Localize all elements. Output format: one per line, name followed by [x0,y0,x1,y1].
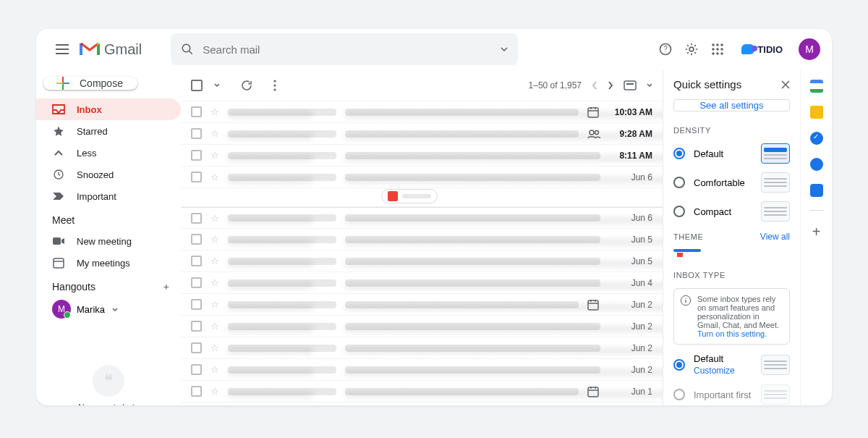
star-icon[interactable]: ☆ [210,213,219,224]
email-checkbox[interactable] [191,299,202,310]
account-avatar[interactable]: M [799,38,820,60]
settings-gear-icon[interactable] [684,41,699,57]
email-date: Jun 2 [609,321,652,332]
email-checkbox[interactable] [191,106,202,117]
prev-page-icon[interactable] [592,81,597,90]
email-date: 9:28 AM [609,129,652,139]
email-row[interactable]: ☆xxxxxxxxxxxxxxxxxxxxxxxxxxxxxxxxxxxxxxx… [181,123,663,145]
email-row[interactable]: ☆xxxxxxxxxxxxxxxxxxxxxxxxxxxxxxxxxxxxxxx… [181,294,663,316]
star-icon[interactable]: ☆ [210,234,219,245]
email-sender: xxxxxxxxxxxxxxxxxx [228,258,336,265]
density-preview [761,143,790,164]
sidebar-item-less[interactable]: Less [36,142,181,164]
email-row[interactable]: ☆xxxxxxxxxxxxxxxxxxxxxxxxxxxxxxxxxxxxxxx… [181,229,663,250]
star-icon[interactable]: ☆ [210,106,219,117]
density-option-comfortable[interactable]: Comfortable [663,168,800,197]
email-checkbox[interactable] [191,172,202,182]
email-checkbox[interactable] [191,213,202,224]
sidebar-item-snoozed[interactable]: Snoozed [36,164,181,185]
star-icon[interactable]: ☆ [210,364,219,375]
email-row[interactable]: ☆xxxxxxxxxxxxxxxxxxxxxxxxxxxxxxxxxxxxxxx… [181,145,663,167]
email-checkbox[interactable] [191,128,202,139]
email-row[interactable]: ☆xxxxxxxxxxxxxxxxxxxxxxxxxxxxxxxxxxxxxxx… [181,207,663,229]
input-tools-dropdown-icon[interactable] [647,83,652,87]
compose-button[interactable]: Compose [43,77,137,90]
tidio-extension[interactable]: TIDIO [736,41,788,58]
more-icon[interactable] [273,80,276,91]
see-all-settings-button[interactable]: See all settings [673,99,790,111]
search-input[interactable] [203,43,492,56]
email-checkbox[interactable] [191,342,202,353]
customize-link[interactable]: Customize [694,366,752,376]
email-subject: xxxxxxxxxxxxxxxxxxxxxxxxxxxxxxxxxxxxxxxx… [345,366,600,374]
email-checkbox[interactable] [191,234,202,245]
email-subject: xxxxxxxxxxxxxxxxxxxxxxxxxxxxxxxxxxxxxxxx… [345,258,600,265]
search-bar[interactable] [171,33,518,65]
keep-addon-icon[interactable] [810,106,823,119]
sidebar-item-inbox[interactable]: Inbox [36,98,181,120]
search-dropdown-icon[interactable] [501,47,508,51]
star-icon[interactable]: ☆ [210,172,219,182]
hangouts-add-icon[interactable]: + [163,281,169,292]
email-row[interactable]: ☆xxxxxxxxxxxxxxxxxxxxxxxxxxxxxxxxxxxxxxx… [181,316,663,337]
email-checkbox[interactable] [191,364,202,375]
get-addons-icon[interactable]: + [812,224,821,240]
email-row[interactable]: ☆xxxxxxxxxxxxxxxxxxxxxxxxxxxxxxxxxxxxxxx… [181,403,663,405]
star-icon[interactable]: ☆ [210,342,219,353]
density-option-default[interactable]: Default [663,139,800,168]
meet-item-new-meeting[interactable]: New meeting [36,230,181,252]
star-icon[interactable]: ☆ [210,277,219,288]
email-checkbox[interactable] [191,386,202,397]
refresh-icon[interactable] [240,79,253,92]
email-checkbox[interactable] [191,256,202,266]
sidebar-item-important[interactable]: Important [36,185,181,207]
help-icon[interactable]: ? [658,41,673,57]
email-row[interactable]: ☆xxxxxxxxxxxxxxxxxxxxxxxxxxxxxxxxxxxxxxx… [181,250,663,272]
theme-view-all-link[interactable]: View all [760,232,790,242]
input-tools-icon[interactable] [624,80,637,90]
inbox-type-default[interactable]: DefaultCustomize [663,349,800,380]
no-chats-text: No recent chats [36,403,181,405]
inbox-type-important-first[interactable]: Important first [663,380,800,405]
email-row[interactable]: ☆xxxxxxxxxxxxxxxxxxxxxxxxxxxxxxxxxxxxxxx… [181,381,663,403]
email-row[interactable]: ☆xxxxxxxxxxxxxxxxxxxxxxxxxxxxxxxxxxxxxxx… [181,101,663,123]
attachment-chip[interactable] [381,189,438,203]
email-row[interactable]: ☆xxxxxxxxxxxxxxxxxxxxxxxxxxxxxxxxxxxxxxx… [181,167,663,188]
density-option-compact[interactable]: Compact [663,197,800,226]
email-row[interactable]: ☆xxxxxxxxxxxxxxxxxxxxxxxxxxxxxxxxxxxxxxx… [181,272,663,294]
apps-grid-icon[interactable] [710,41,726,57]
turn-on-setting-link[interactable]: Turn on this setting. [697,329,767,338]
email-checkbox[interactable] [191,321,202,332]
email-list: ☆xxxxxxxxxxxxxxxxxxxxxxxxxxxxxxxxxxxxxxx… [181,101,663,405]
svg-point-10 [717,48,720,51]
email-row[interactable]: ☆xxxxxxxxxxxxxxxxxxxxxxxxxxxxxxxxxxxxxxx… [181,359,663,381]
email-checkbox[interactable] [191,277,202,288]
hangouts-user-row[interactable]: M Marika [36,297,181,321]
select-all-checkbox[interactable] [191,80,203,91]
main-menu-button[interactable] [48,35,77,64]
select-dropdown-icon[interactable] [214,83,220,87]
star-icon[interactable]: ☆ [210,256,219,266]
tasks-addon-icon[interactable] [810,132,823,145]
star-icon[interactable]: ☆ [210,128,219,139]
gmail-logo[interactable]: Gmail [80,41,142,58]
close-icon[interactable] [781,80,790,89]
svg-point-2 [182,44,190,52]
next-page-icon[interactable] [608,81,613,90]
email-subject: xxxxxxxxxxxxxxxxxxxxxxxxxxxxxxxxxxxxxxxx… [345,214,600,222]
email-checkbox[interactable] [191,150,202,161]
theme-thumbnail[interactable] [673,249,701,252]
email-subject: xxxxxxxxxxxxxxxxxxxxxxxxxxxxxxxxxxxxxxxx… [345,301,579,308]
sidebar: Compose InboxStarredLessSnoozedImportant… [36,70,181,405]
email-row[interactable]: ☆xxxxxxxxxxxxxxxxxxxxxxxxxxxxxxxxxxxxxxx… [181,337,663,359]
theme-section-label: THEME [673,232,704,241]
star-icon[interactable]: ☆ [210,299,219,310]
meet-item-my-meetings[interactable]: My meetings [36,252,181,274]
sidebar-item-starred[interactable]: Starred [36,120,181,142]
star-icon[interactable]: ☆ [210,321,219,332]
calendar-addon-icon[interactable] [810,80,823,93]
star-icon[interactable]: ☆ [210,386,219,397]
star-icon[interactable]: ☆ [210,150,219,161]
contacts-addon-icon[interactable] [810,158,823,171]
video-addon-icon[interactable] [810,184,823,197]
